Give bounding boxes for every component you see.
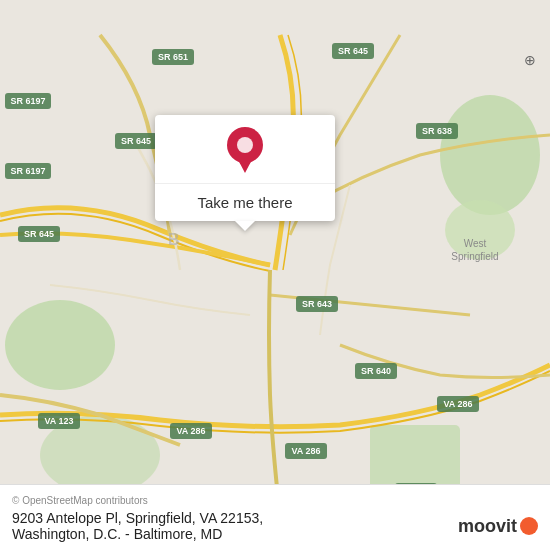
svg-point-38 xyxy=(237,137,253,153)
svg-text:SR 645: SR 645 xyxy=(24,229,54,239)
map-roads: SR 651 SR 645 SR 6197 SR 638 SR 645 SR 6… xyxy=(0,0,550,550)
svg-text:VA 286: VA 286 xyxy=(291,446,320,456)
svg-text:Springfield: Springfield xyxy=(451,251,498,262)
svg-text:SR 6197: SR 6197 xyxy=(10,96,45,106)
address-text: 9203 Antelope Pl, Springfield, VA 22153,… xyxy=(12,510,263,542)
copyright-text: © OpenStreetMap contributors xyxy=(12,495,538,506)
svg-point-0 xyxy=(5,300,115,390)
address-container: 9203 Antelope Pl, Springfield, VA 22153,… xyxy=(12,510,538,542)
svg-text:SR 645: SR 645 xyxy=(121,136,151,146)
address-line1: 9203 Antelope Pl, Springfield, VA 22153, xyxy=(12,510,263,526)
svg-text:⊕: ⊕ xyxy=(524,52,536,68)
moovit-dot-icon xyxy=(520,517,538,535)
svg-text:VA 286: VA 286 xyxy=(176,426,205,436)
pin-icon xyxy=(227,127,263,177)
svg-text:SR 6197: SR 6197 xyxy=(10,166,45,176)
svg-text:VA 286: VA 286 xyxy=(443,399,472,409)
svg-text:SR 640: SR 640 xyxy=(361,366,391,376)
moovit-logo: moovit xyxy=(458,516,538,537)
svg-point-1 xyxy=(440,95,540,215)
bottom-bar: © OpenStreetMap contributors 9203 Antelo… xyxy=(0,484,550,550)
address-line2: Washington, D.C. - Baltimore, MD xyxy=(12,526,222,542)
map-container: SR 651 SR 645 SR 6197 SR 638 SR 645 SR 6… xyxy=(0,0,550,550)
svg-text:SR 645: SR 645 xyxy=(338,46,368,56)
svg-text:SR 651: SR 651 xyxy=(158,52,188,62)
location-popup: Take me there xyxy=(155,115,335,221)
svg-text:B: B xyxy=(168,231,180,248)
svg-text:SR 638: SR 638 xyxy=(422,126,452,136)
svg-text:SR 643: SR 643 xyxy=(302,299,332,309)
popup-arrow xyxy=(235,221,255,231)
take-me-there-button[interactable]: Take me there xyxy=(155,183,335,221)
svg-text:VA 123: VA 123 xyxy=(44,416,73,426)
svg-text:West: West xyxy=(464,238,487,249)
moovit-text: moovit xyxy=(458,516,517,537)
